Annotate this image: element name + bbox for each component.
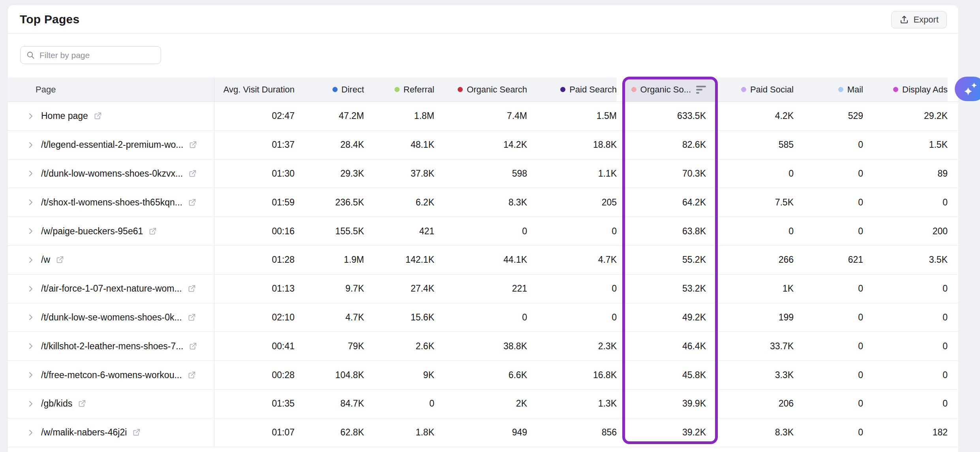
row-expand-chevron-icon[interactable] xyxy=(27,400,35,408)
value-cell-mail: 0 xyxy=(794,303,863,332)
page-link[interactable]: /w xyxy=(41,254,50,265)
value-cell-display-ads: 0 xyxy=(863,390,948,418)
external-link-icon[interactable] xyxy=(188,313,196,322)
column-header-paid-search[interactable]: Paid Search xyxy=(527,77,617,102)
row-expand-chevron-icon[interactable] xyxy=(27,342,35,350)
page-link[interactable]: Home page xyxy=(41,111,88,121)
sparkles-icon xyxy=(960,79,980,99)
page-link[interactable]: /t/shox-tl-womens-shoes-th65kqn... xyxy=(41,197,182,208)
row-expand-chevron-icon[interactable] xyxy=(27,256,35,264)
page-link[interactable]: /gb/kids xyxy=(41,398,72,409)
page-cell: /t/killshot-2-leather-mens-shoes-7... xyxy=(8,332,214,360)
row-expand-chevron-icon[interactable] xyxy=(27,112,35,120)
value-cell-mail: 621 xyxy=(794,246,863,274)
filter-input[interactable] xyxy=(39,51,155,60)
external-link-icon[interactable] xyxy=(188,284,196,293)
column-header-mail[interactable]: Mail xyxy=(794,77,863,102)
table-row: /w/paige-bueckers-95e6100:16155.5K421006… xyxy=(8,217,958,246)
page-link[interactable]: /t/dunk-low-womens-shoes-0kzvx... xyxy=(41,168,183,179)
value-cell-display-ads: 0 xyxy=(863,332,948,360)
export-button[interactable]: Export xyxy=(891,11,947,28)
row-expand-chevron-icon[interactable] xyxy=(27,285,35,293)
value-cell-referral: 1.8K xyxy=(364,418,434,447)
value-cell-organic-social: 70.3K xyxy=(617,160,716,188)
external-link-icon[interactable] xyxy=(132,428,141,437)
row-expand-chevron-icon[interactable] xyxy=(27,141,35,149)
value-cell-referral: 37.8K xyxy=(364,160,434,188)
value-cell-display-ads: 29.2K xyxy=(863,102,948,130)
external-link-icon[interactable] xyxy=(188,170,197,178)
page-link[interactable]: /t/free-metcon-6-womens-workou... xyxy=(41,370,182,380)
search-icon xyxy=(26,51,36,60)
page-link[interactable]: /t/air-force-1-07-next-nature-wom... xyxy=(41,283,182,294)
external-link-icon[interactable] xyxy=(188,371,196,379)
value-cell-duration: 01:37 xyxy=(214,131,295,159)
page-link[interactable]: /t/legend-essential-2-premium-wo... xyxy=(41,139,183,150)
external-link-icon[interactable] xyxy=(94,112,102,120)
table-body: Home page02:4747.2M1.8M7.4M1.5M633.5K4.2… xyxy=(8,102,958,447)
value-cell-organic-social: 633.5K xyxy=(617,102,716,130)
top-pages-card: Top Pages Export PageAvg. Visit Duration… xyxy=(8,5,958,452)
page-link[interactable]: /t/killshot-2-leather-mens-shoes-7... xyxy=(41,341,183,352)
value-cell-paid-search: 0 xyxy=(527,303,617,332)
external-link-icon[interactable] xyxy=(188,198,196,207)
column-header-organic-social[interactable]: Organic So... xyxy=(617,77,716,102)
table-row: /t/dunk-low-se-womens-shoes-0k...02:104.… xyxy=(8,303,958,332)
value-cell-mail: 0 xyxy=(794,390,863,418)
row-expand-chevron-icon[interactable] xyxy=(27,371,35,379)
external-link-icon[interactable] xyxy=(78,399,86,408)
column-header-referral[interactable]: Referral xyxy=(364,77,434,102)
value-cell-referral: 2.6K xyxy=(364,332,434,360)
external-link-icon[interactable] xyxy=(148,227,157,235)
value-cell-organic-search: 0 xyxy=(434,303,527,332)
value-cell-direct: 29.3K xyxy=(295,160,364,188)
value-cell-organic-search: 8.3K xyxy=(434,188,527,217)
column-header-page[interactable]: Page xyxy=(8,77,214,102)
value-cell-paid-search: 0 xyxy=(527,275,617,303)
value-cell-mail: 0 xyxy=(794,131,863,159)
column-header-direct[interactable]: Direct xyxy=(295,77,364,102)
column-header-duration[interactable]: Avg. Visit Duration xyxy=(214,77,295,102)
external-link-icon[interactable] xyxy=(189,342,197,350)
external-link-icon[interactable] xyxy=(189,141,197,149)
row-expand-chevron-icon[interactable] xyxy=(27,227,35,235)
page-link[interactable]: /t/dunk-low-se-womens-shoes-0k... xyxy=(41,312,182,323)
value-cell-organic-social: 82.6K xyxy=(617,131,716,159)
value-cell-mail: 0 xyxy=(794,418,863,447)
row-expand-chevron-icon[interactable] xyxy=(27,429,35,437)
value-cell-paid-search: 2.3K xyxy=(527,332,617,360)
value-cell-paid-social: 1K xyxy=(716,275,794,303)
column-header-organic-search[interactable]: Organic Search xyxy=(434,77,527,102)
value-cell-direct: 47.2M xyxy=(295,102,364,130)
external-link-icon[interactable] xyxy=(56,256,64,264)
value-cell-paid-search: 0 xyxy=(527,217,617,245)
row-expand-chevron-icon[interactable] xyxy=(27,170,35,177)
page-cell: /gb/kids xyxy=(8,390,214,418)
page-cell: /t/air-force-1-07-next-nature-wom... xyxy=(8,275,214,303)
row-expand-chevron-icon[interactable] xyxy=(27,313,35,321)
column-header-label: Organic Search xyxy=(467,85,527,95)
page-link[interactable]: /w/paige-bueckers-95e61 xyxy=(41,226,143,237)
column-header-label: Paid Search xyxy=(569,85,617,95)
value-cell-organic-search: 0 xyxy=(434,217,527,245)
value-cell-organic-search: 2K xyxy=(434,390,527,418)
value-cell-paid-search: 4.7K xyxy=(527,246,617,274)
value-cell-display-ads: 0 xyxy=(863,188,948,217)
page-background: { "card": { "title": "Top Pages" }, "too… xyxy=(0,0,980,452)
column-header-display-ads[interactable]: Display Ads xyxy=(863,77,948,102)
value-cell-referral: 27.4K xyxy=(364,275,434,303)
table-row: Home page02:4747.2M1.8M7.4M1.5M633.5K4.2… xyxy=(8,102,958,131)
ai-assistant-button[interactable] xyxy=(955,77,980,101)
legend-dot-direct xyxy=(332,87,338,92)
table-row: /t/dunk-low-womens-shoes-0kzvx...01:3029… xyxy=(8,160,958,188)
row-expand-chevron-icon[interactable] xyxy=(27,198,35,206)
page-link[interactable]: /w/malik-nabers-46j2i xyxy=(41,427,127,438)
value-cell-display-ads: 3.5K xyxy=(863,246,948,274)
column-header-label: Direct xyxy=(342,85,364,95)
value-cell-organic-search: 38.8K xyxy=(434,332,527,360)
value-cell-paid-search: 18.8K xyxy=(527,131,617,159)
table-row: /w/malik-nabers-46j2i01:0762.8K1.8K94985… xyxy=(8,418,958,447)
legend-dot-display-ads xyxy=(893,87,898,92)
column-header-paid-social[interactable]: Paid Social xyxy=(716,77,794,102)
value-cell-organic-search: 44.1K xyxy=(434,246,527,274)
